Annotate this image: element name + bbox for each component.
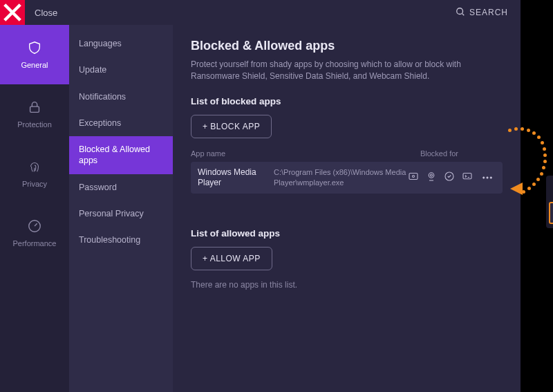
fingerprint-icon [27,159,42,176]
settings-subnav: Languages Update Notifications Exception… [69,25,173,392]
svg-rect-1 [30,106,39,112]
svg-rect-3 [409,173,418,179]
svg-point-0 [457,8,463,14]
search-icon [456,7,465,19]
rail-label: Protection [17,120,52,129]
main-content: Blocked & Allowed apps Protect yourself … [173,25,521,392]
gauge-icon [27,218,42,235]
webcam-shield-icon [425,170,438,185]
svg-point-11 [490,176,491,178]
blocked-app-row: Windows Media Player C:\Program Files (x… [191,162,503,194]
svg-point-4 [413,175,415,177]
annotation-arrow-icon [509,181,524,199]
subnav-troubleshooting[interactable]: Troubleshooting [69,227,173,253]
more-icon[interactable] [479,169,496,186]
page-title: Blocked & Allowed apps [191,39,503,53]
svg-marker-12 [510,183,523,195]
shield-icon [27,40,42,57]
subnav-personal-privacy[interactable]: Personal Privacy [69,200,173,227]
remote-access-icon [461,170,474,185]
subnav-exceptions[interactable]: Exceptions [69,110,173,136]
subnav-password[interactable]: Password [69,174,173,200]
subnav-languages[interactable]: Languages [69,30,173,57]
row-app-path: C:\Program Files (x86)\Windows Media Pla… [274,167,407,187]
ctx-remove[interactable]: Remove [549,202,553,224]
page-description: Protect yourself from shady apps by choo… [191,59,503,82]
svg-point-10 [487,176,488,178]
titlebar: Close SEARCH [0,0,521,25]
close-icon[interactable] [0,0,25,25]
rail-item-protection[interactable]: Protection [0,84,69,144]
ransomware-shield-icon [407,170,420,185]
app-window: Close SEARCH General Protection [0,0,521,392]
close-label[interactable]: Close [25,8,456,18]
svg-rect-8 [463,173,471,178]
ctx-change-features[interactable]: Change blocked features [546,180,553,202]
subnav-update[interactable]: Update [69,57,173,83]
body: General Protection Privacy Performance [0,25,521,392]
col-blocked-for: Blocked for [420,149,503,158]
rail-item-privacy[interactable]: Privacy [0,144,69,203]
col-app-name: App name [191,149,274,158]
row-context-menu: Change blocked features Remove [546,176,553,228]
allow-app-button[interactable]: + ALLOW APP [191,247,272,270]
blocked-table-header: App name Blocked for [191,149,503,158]
search-label: SEARCH [469,8,508,17]
rail-item-performance[interactable]: Performance [0,203,69,263]
blocked-section-title: List of blocked apps [191,96,503,106]
rail-label: General [21,61,48,69]
rail-nav: General Protection Privacy Performance [0,25,69,392]
allowed-empty-text: There are no apps in this list. [191,280,503,290]
search-button[interactable]: SEARCH [456,7,521,19]
rail-label: Performance [13,239,57,248]
rail-label: Privacy [22,180,47,188]
row-feature-icons [407,169,496,186]
svg-point-6 [431,174,433,176]
rail-item-general[interactable]: General [0,25,69,84]
subnav-blocked-allowed[interactable]: Blocked & Allowed apps [69,136,173,174]
allowed-section-title: List of allowed apps [191,228,503,239]
svg-point-5 [429,172,434,178]
row-app-name: Windows Media Player [198,167,274,188]
svg-point-9 [483,176,485,178]
sensitive-data-icon [443,170,456,185]
block-app-button[interactable]: + BLOCK APP [191,115,272,138]
lock-icon [27,100,42,116]
subnav-notifications[interactable]: Notifications [69,84,173,110]
